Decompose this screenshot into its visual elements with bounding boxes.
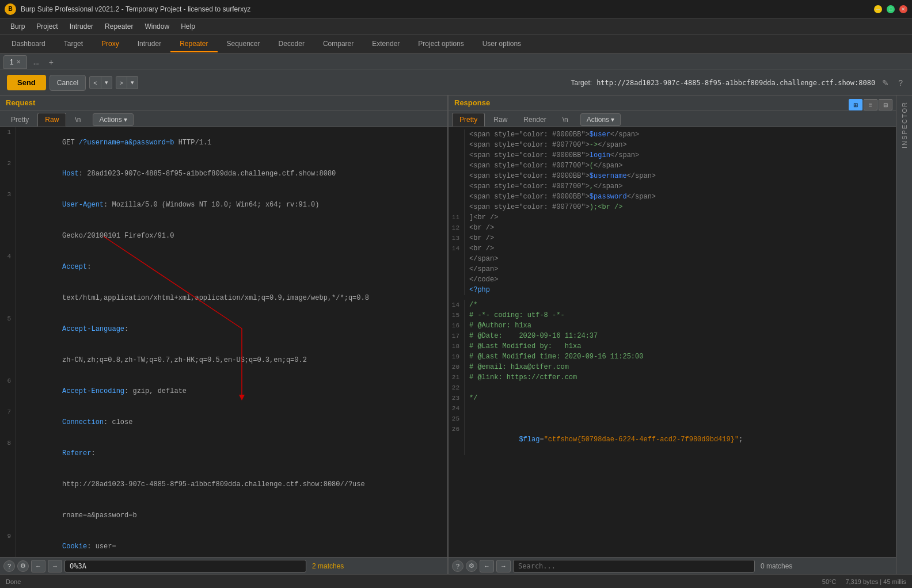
request-search-bar: ? ⚙ ← → 2 matches bbox=[0, 557, 447, 574]
request-line-8b: http://28ad1023-907c-4885-8f95-a1bbcf809… bbox=[0, 469, 447, 500]
menu-intruder[interactable]: Intruder bbox=[64, 20, 99, 33]
request-line-1: 1 GET /?username=a&password=b HTTP/1.1 bbox=[0, 127, 447, 158]
request-line-8: 8 Referer: bbox=[0, 438, 447, 469]
request-tab-pretty[interactable]: Pretty bbox=[3, 113, 36, 127]
target-label: Target: bbox=[571, 79, 592, 87]
inspector-panel: INSPECTOR bbox=[896, 96, 912, 574]
response-line: <span style="color: #007700">-></span> bbox=[449, 140, 896, 150]
tab-target[interactable]: Target bbox=[55, 36, 92, 52]
response-line: <span style="color: #007700">);<br /> bbox=[449, 202, 896, 212]
tab-sequencer[interactable]: Sequencer bbox=[218, 36, 269, 52]
tab-extender[interactable]: Extender bbox=[363, 36, 409, 52]
target-info: Target: http://28ad1023-907c-4885-8f95-a… bbox=[571, 77, 905, 89]
repeater-tab-ellipsis[interactable]: ... bbox=[27, 55, 45, 69]
search-options-icon[interactable]: ⚙ bbox=[17, 560, 29, 572]
response-code-area[interactable]: <span style="color: #0000BB">$user</span… bbox=[449, 127, 896, 557]
response-line: 11 ]<br /> bbox=[449, 212, 896, 223]
help-button[interactable]: ? bbox=[896, 77, 905, 89]
response-actions-button[interactable]: Actions ▾ bbox=[580, 113, 621, 126]
response-tab-ln[interactable]: \n bbox=[555, 113, 576, 127]
request-line-2: 2 Host: 28ad1023-907c-4885-8f95-a1bbcf80… bbox=[0, 158, 447, 189]
response-line: <span style="color: #0000BB">$user</span… bbox=[449, 129, 896, 140]
tab-proxy[interactable]: Proxy bbox=[92, 36, 128, 52]
request-actions-button[interactable]: Actions ▾ bbox=[93, 113, 134, 126]
request-tab-ln[interactable]: \n bbox=[67, 113, 88, 127]
menu-repeater[interactable]: Repeater bbox=[99, 20, 139, 33]
menu-help[interactable]: Help bbox=[175, 20, 201, 33]
tab-comparer[interactable]: Comparer bbox=[314, 36, 363, 52]
edit-target-button[interactable]: ✎ bbox=[880, 77, 891, 89]
response-line: 12 <br /> bbox=[449, 223, 896, 233]
tab-1-close[interactable]: ✕ bbox=[16, 59, 21, 65]
response-search-prev-button[interactable]: ← bbox=[480, 560, 494, 572]
menu-window[interactable]: Window bbox=[139, 20, 175, 33]
tab-intruder[interactable]: Intruder bbox=[128, 36, 170, 52]
maximize-button[interactable]: □ bbox=[887, 5, 895, 13]
request-code-area[interactable]: 1 GET /?username=a&password=b HTTP/1.1 2… bbox=[0, 127, 447, 557]
app-title: Burp Suite Professional v2021.2 - Tempor… bbox=[21, 5, 874, 13]
response-comment: 21 # @link: https://ctfer.com bbox=[449, 372, 896, 383]
status-done: Done bbox=[6, 578, 21, 585]
request-line-3: 3 User-Agent: Mozilla/5.0 (Windows NT 10… bbox=[0, 189, 447, 220]
request-line-9: 9 Cookie: user= bbox=[0, 531, 447, 557]
search-next-button[interactable]: → bbox=[48, 560, 62, 572]
menubar: Burp Project Intruder Repeater Window He… bbox=[0, 18, 912, 35]
view-toggle-bottom[interactable]: ⊟ bbox=[879, 99, 892, 110]
request-line-5: 5 Accept-Language: bbox=[0, 314, 447, 345]
status-right: 50°C 7,319 bytes | 45 millis bbox=[822, 578, 906, 585]
close-button[interactable]: ✕ bbox=[899, 5, 907, 13]
response-line: <span style="color: #007700">,</span> bbox=[449, 181, 896, 192]
response-comment: 16 # @Author: h1xa bbox=[449, 320, 896, 331]
cancel-button[interactable]: Cancel bbox=[50, 75, 86, 91]
response-search-options-icon[interactable]: ⚙ bbox=[466, 560, 477, 572]
response-line: </span> bbox=[449, 254, 896, 264]
request-line-7: 7 Connection: close bbox=[0, 407, 447, 438]
search-prev-button[interactable]: ← bbox=[31, 560, 45, 572]
response-comment: 17 # @Date: 2020-09-16 11:24:37 bbox=[449, 331, 896, 341]
view-toggle-list[interactable]: ≡ bbox=[864, 99, 877, 110]
status-temperature: 50°C bbox=[822, 578, 837, 585]
response-tab-raw[interactable]: Raw bbox=[486, 113, 515, 127]
response-tab-pretty[interactable]: Pretty bbox=[452, 113, 485, 127]
response-line-24: 24 bbox=[449, 403, 896, 414]
menu-project[interactable]: Project bbox=[31, 20, 63, 33]
nav-prev-dropdown[interactable]: ▾ bbox=[101, 76, 112, 89]
response-line: <span style="color: #007700">(</span> bbox=[449, 161, 896, 171]
response-search-next-button[interactable]: → bbox=[496, 560, 511, 572]
request-search-input[interactable] bbox=[64, 560, 306, 572]
request-line-6: 6 Accept-Encoding: gzip, deflate bbox=[0, 376, 447, 407]
nav-next-dropdown[interactable]: ▾ bbox=[127, 76, 138, 89]
tab-user-options[interactable]: User options bbox=[473, 36, 530, 52]
statusbar: Done 50°C 7,319 bytes | 45 millis bbox=[0, 574, 912, 588]
request-line-4: 4 Accept: bbox=[0, 251, 447, 282]
menu-burp[interactable]: Burp bbox=[5, 20, 31, 33]
response-panel: Response Pretty Raw Render \n Actions ▾ … bbox=[449, 96, 896, 574]
nav-prev-button[interactable]: < bbox=[89, 76, 101, 89]
response-panel-header: Response bbox=[449, 96, 896, 110]
response-search-bar: ? ⚙ ← → 0 matches bbox=[449, 557, 896, 574]
main-tabbar: Dashboard Target Proxy Intruder Repeater… bbox=[0, 35, 912, 54]
request-tab-raw[interactable]: Raw bbox=[37, 113, 66, 127]
search-help-icon[interactable]: ? bbox=[3, 560, 15, 572]
tab-project-options[interactable]: Project options bbox=[409, 36, 473, 52]
tab-repeater[interactable]: Repeater bbox=[170, 36, 217, 52]
response-search-help-icon[interactable]: ? bbox=[452, 560, 463, 572]
response-search-input[interactable] bbox=[513, 560, 755, 572]
inspector-label: INSPECTOR bbox=[901, 101, 908, 148]
tab-decoder[interactable]: Decoder bbox=[269, 36, 314, 52]
minimize-button[interactable]: ─ bbox=[874, 5, 882, 13]
new-tab-button[interactable]: + bbox=[45, 56, 57, 68]
view-toggle-split[interactable]: ⊞ bbox=[849, 99, 862, 110]
response-tab-render[interactable]: Render bbox=[516, 113, 553, 127]
tab-dashboard[interactable]: Dashboard bbox=[2, 36, 55, 52]
send-button[interactable]: Send bbox=[7, 75, 46, 90]
status-bytes: 7,319 bytes | 45 millis bbox=[845, 578, 906, 585]
response-comment-end: 23 */ bbox=[449, 393, 896, 403]
nav-next-button[interactable]: > bbox=[116, 76, 127, 89]
app-icon: B bbox=[5, 3, 16, 15]
repeater-tab-1[interactable]: 1 ✕ bbox=[3, 55, 27, 69]
response-comment: 20 # @email: h1xa@ctfer.com bbox=[449, 362, 896, 372]
response-line: 13 <br /> bbox=[449, 233, 896, 243]
response-title: Response bbox=[454, 98, 490, 107]
response-line: <span style="color: #0000BB">login</span… bbox=[449, 150, 896, 161]
